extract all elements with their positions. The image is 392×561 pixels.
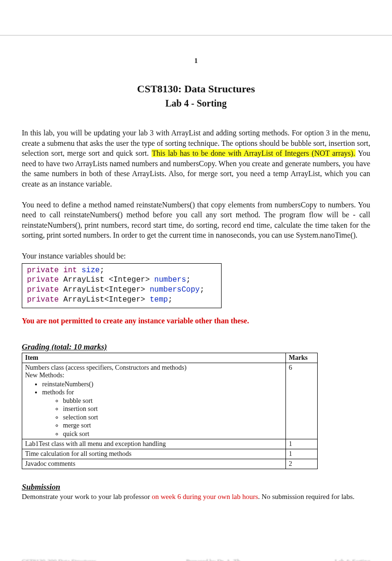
grading-table: Item Marks Numbers class (access specifi… (22, 353, 318, 470)
r1-bullets: reinstateNumbers() methods for bubble so… (34, 380, 283, 438)
th-marks: Marks (286, 353, 318, 363)
lab-title: Lab 4 - Sorting (22, 98, 370, 109)
code-block: private int size; private ArrayList <Int… (22, 263, 222, 308)
submission-section: Submission Demonstrate your work to your… (22, 482, 370, 501)
semi-2: ; (186, 276, 191, 284)
list-item: insertion sort (63, 405, 283, 413)
cell-item-3: Time calculation for all sorting methods (22, 449, 286, 459)
page-number: 1 (22, 36, 370, 65)
list-item: reinstateNumbers() (42, 380, 283, 389)
semi-3: ; (200, 285, 205, 294)
kw-private-4: private (27, 295, 59, 304)
kw-private-int: private int (27, 266, 77, 275)
cell-item-1: Numbers class (access specifiers, Constr… (22, 363, 286, 439)
list-item: bubble sort (63, 397, 283, 405)
kw-private-3: private (27, 285, 59, 294)
cell-marks-4: 2 (286, 459, 318, 469)
semi-1: ; (100, 266, 105, 275)
r1-b2-label: methods for (42, 389, 74, 396)
instance-vars-lead: Your instance variables should be: (22, 251, 370, 261)
cell-item-2: Lab1Test class with all menu and excepti… (22, 439, 286, 449)
ident-temp: temp (150, 295, 168, 304)
kw-private-2: private (27, 276, 59, 284)
cell-marks-1: 6 (286, 363, 318, 439)
ident-numberscopy: numbersCopy (150, 285, 200, 294)
submission-red: on week 6 during your own lab hours (152, 493, 258, 500)
table-row: Time calculation for all sorting methods… (22, 449, 318, 459)
highlighted-requirement: This lab has to be done with ArrayList o… (151, 149, 356, 157)
submission-b: . No submission required for labs. (258, 493, 355, 500)
semi-4: ; (168, 295, 173, 304)
th-item: Item (22, 353, 286, 363)
r1-line1: Numbers class (access specifiers, Constr… (25, 364, 283, 372)
document-page: 1 CST8130: Data Structures Lab 4 - Sorti… (0, 36, 392, 561)
table-row: Lab1Test class with all menu and excepti… (22, 439, 318, 449)
page-footer: CST8130-300 Data Structures Prepared by … (22, 558, 370, 561)
cell-item-4: Javadoc comments (22, 459, 286, 469)
footer-left: CST8130-300 Data Structures (22, 558, 96, 561)
restriction-warning: You are not permitted to create any inst… (22, 317, 370, 325)
type-4: ArrayList<Integer> (59, 295, 150, 304)
r1-subbullets: bubble sort insertion sort selection sor… (51, 397, 283, 438)
list-item: methods for bubble sort insertion sort s… (42, 388, 283, 438)
type-2: ArrayList <Integer> (59, 276, 154, 284)
ident-numbers: numbers (154, 276, 186, 284)
r1-line2: New Methods: (25, 372, 283, 379)
footer-mid: Prepared by Dr. A. Th... (186, 558, 245, 561)
table-header-row: Item Marks (22, 353, 318, 363)
cell-marks-3: 1 (286, 449, 318, 459)
type-3: ArrayList<Integer> (59, 285, 150, 294)
submission-a: Demonstrate your work to your lab profes… (22, 493, 152, 500)
intro-paragraph-1: In this lab, you will be updating your l… (22, 128, 370, 189)
submission-text: Demonstrate your work to your lab profes… (22, 493, 370, 501)
intro-paragraph-2: You need to define a method named reinst… (22, 200, 370, 240)
submission-heading: Submission (22, 482, 370, 492)
list-item: quick sort (63, 430, 283, 438)
grading-heading: Grading (total: 10 marks) (22, 342, 370, 352)
footer-right: Lab 4: Sorting (335, 558, 370, 561)
course-title: CST8130: Data Structures (22, 83, 370, 95)
table-row: Numbers class (access specifiers, Constr… (22, 363, 318, 439)
list-item: merge sort (63, 421, 283, 430)
list-item: selection sort (63, 413, 283, 422)
table-row: Javadoc comments 2 (22, 459, 318, 469)
ident-size: size (77, 266, 100, 275)
cell-marks-2: 1 (286, 439, 318, 449)
browser-chrome-top (0, 0, 392, 36)
